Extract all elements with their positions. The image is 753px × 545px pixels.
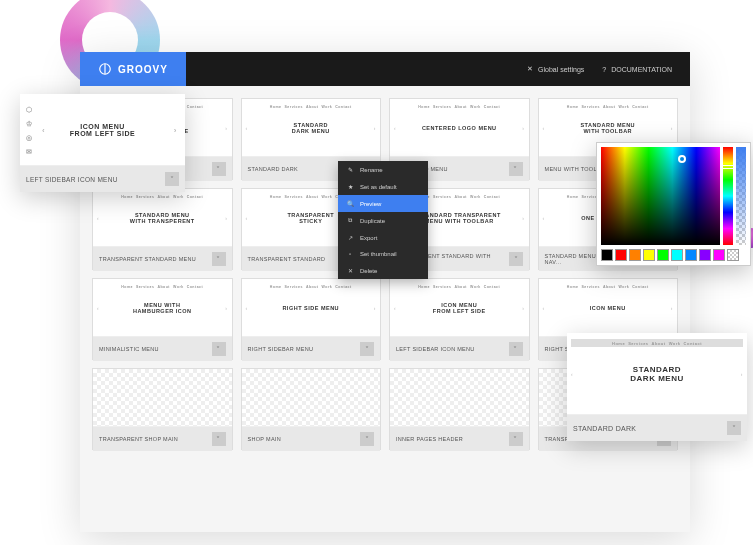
nav-item: About bbox=[652, 341, 666, 346]
popup-preview-area[interactable]: Home Services About Work Contact ‹ STAND… bbox=[567, 333, 747, 415]
mini-nav: HomeServicesAboutWorkContact bbox=[246, 283, 377, 291]
nav-next-icon[interactable]: › bbox=[225, 125, 227, 131]
nav-next-icon[interactable]: › bbox=[741, 371, 743, 377]
nav-next-icon[interactable]: › bbox=[374, 125, 376, 131]
nav-prev-icon[interactable]: ‹ bbox=[97, 215, 99, 221]
card-preview[interactable] bbox=[242, 369, 381, 427]
brand-logo[interactable]: GROOVY bbox=[80, 52, 186, 86]
docs-link[interactable]: ? DOCUMENTATION bbox=[602, 66, 672, 73]
nav-prev-icon[interactable]: ‹ bbox=[543, 305, 545, 311]
dropdown-toggle[interactable]: ˅ bbox=[212, 432, 226, 446]
color-swatch[interactable] bbox=[685, 249, 697, 261]
card-footer: SHOP MAIN˅ bbox=[242, 427, 381, 451]
hue-handle[interactable] bbox=[722, 165, 734, 169]
nav-item: Work bbox=[470, 195, 481, 199]
dropdown-toggle[interactable]: ˅ bbox=[509, 162, 523, 176]
color-swatch[interactable] bbox=[601, 249, 613, 261]
alpha-slider[interactable] bbox=[736, 147, 746, 245]
nav-item: About bbox=[454, 105, 467, 109]
global-settings-link[interactable]: ✕ Global settings bbox=[527, 65, 584, 73]
card-footer: RIGHT SIDEBAR MENU˅ bbox=[242, 337, 381, 361]
template-card[interactable]: HomeServicesAboutWorkContact‹STANDARD DA… bbox=[241, 98, 382, 180]
nav-prev-icon[interactable]: ‹ bbox=[246, 305, 248, 311]
color-spectrum-row bbox=[601, 147, 746, 245]
nav-prev-icon[interactable]: ‹ bbox=[543, 215, 545, 221]
nav-next-icon[interactable]: › bbox=[374, 305, 376, 311]
card-preview[interactable]: HomeServicesAboutWorkContact‹ICON MENU› bbox=[539, 279, 678, 337]
card-title: ICON MENU FROM LEFT SIDE bbox=[433, 302, 486, 314]
nav-prev-icon[interactable]: ‹ bbox=[246, 215, 248, 221]
dropdown-toggle[interactable]: ˅ bbox=[727, 421, 741, 435]
color-swatch[interactable] bbox=[671, 249, 683, 261]
dropdown-toggle[interactable]: ˅ bbox=[212, 162, 226, 176]
context-menu-item[interactable]: ✎Rename bbox=[338, 161, 428, 178]
dropdown-toggle[interactable]: ˅ bbox=[509, 432, 523, 446]
nav-item: Contact bbox=[484, 105, 501, 109]
color-swatch[interactable] bbox=[629, 249, 641, 261]
context-menu-item[interactable]: ✕Delete bbox=[338, 262, 428, 279]
template-card[interactable]: TRANSPARENT SHOP MAIN˅ bbox=[92, 368, 233, 450]
context-menu: ✎Rename★Set as default🔍Preview⧉Duplicate… bbox=[338, 161, 428, 279]
nav-prev-icon[interactable]: ‹ bbox=[543, 125, 545, 131]
context-menu-item[interactable]: ↗Export bbox=[338, 229, 428, 246]
card-preview[interactable]: HomeServicesAboutWorkContact‹STANDARD DA… bbox=[242, 99, 381, 157]
color-cursor[interactable] bbox=[678, 155, 686, 163]
dropdown-toggle[interactable]: ˅ bbox=[360, 342, 374, 356]
dropdown-toggle[interactable]: ˅ bbox=[509, 252, 522, 266]
context-menu-item[interactable]: ⧉Duplicate bbox=[338, 212, 428, 229]
color-swatch[interactable] bbox=[657, 249, 669, 261]
color-swatch[interactable] bbox=[713, 249, 725, 261]
nav-next-icon[interactable]: › bbox=[174, 125, 177, 134]
saturation-area[interactable] bbox=[601, 147, 720, 245]
nav-next-icon[interactable]: › bbox=[522, 125, 524, 131]
nav-prev-icon[interactable]: ‹ bbox=[394, 305, 396, 311]
nav-next-icon[interactable]: › bbox=[671, 125, 673, 131]
nav-prev-icon[interactable]: ‹ bbox=[246, 125, 248, 131]
nav-prev-icon[interactable]: ‹ bbox=[42, 125, 45, 134]
nav-prev-icon[interactable]: ‹ bbox=[394, 125, 396, 131]
card-title: STANDARD MENU WITH TRANSPERENT bbox=[130, 212, 195, 224]
dropdown-toggle[interactable]: ˅ bbox=[212, 252, 226, 266]
template-card[interactable]: HomeServicesAboutWorkContact‹STANDARD ME… bbox=[92, 188, 233, 270]
dropdown-toggle[interactable]: ˅ bbox=[212, 342, 226, 356]
template-card[interactable]: INNER PAGES HEADER˅ bbox=[389, 368, 530, 450]
dropdown-toggle[interactable]: ˅ bbox=[165, 172, 179, 186]
nav-item: Services bbox=[136, 285, 154, 289]
nav-next-icon[interactable]: › bbox=[225, 305, 227, 311]
context-menu-item[interactable]: 🔍Preview bbox=[338, 195, 428, 212]
card-preview[interactable]: HomeServicesAboutWorkContact‹MENU WITH H… bbox=[93, 279, 232, 337]
template-card[interactable]: HomeServicesAboutWorkContact‹RIGHT SIDE … bbox=[241, 278, 382, 360]
nav-item: Home bbox=[121, 195, 133, 199]
card-preview[interactable]: HomeServicesAboutWorkContact‹RIGHT SIDE … bbox=[242, 279, 381, 337]
dropdown-toggle[interactable]: ˅ bbox=[360, 432, 374, 446]
hue-slider[interactable] bbox=[723, 147, 733, 245]
template-card[interactable]: HomeServicesAboutWorkContact‹MENU WITH H… bbox=[92, 278, 233, 360]
dropdown-toggle[interactable]: ˅ bbox=[509, 342, 523, 356]
color-swatch[interactable] bbox=[643, 249, 655, 261]
card-preview[interactable] bbox=[93, 369, 232, 427]
color-swatch[interactable] bbox=[699, 249, 711, 261]
nav-item: Work bbox=[322, 105, 333, 109]
template-card[interactable]: SHOP MAIN˅ bbox=[241, 368, 382, 450]
nav-next-icon[interactable]: › bbox=[522, 305, 524, 311]
popup-preview-area[interactable]: ⬡ ♔ ◎ ✉ ‹ ICON MENU FROM LEFT SIDE › bbox=[20, 94, 185, 166]
popup-label: LEFT SIDEBAR ICON MENU bbox=[26, 176, 118, 183]
context-menu-item[interactable]: ▫Set thumbnail bbox=[338, 246, 428, 262]
template-card[interactable]: HomeServicesAboutWorkContact‹ICON MENU F… bbox=[389, 278, 530, 360]
card-preview[interactable]: HomeServicesAboutWorkContact‹ICON MENU F… bbox=[390, 279, 529, 337]
card-preview[interactable] bbox=[390, 369, 529, 427]
nav-prev-icon[interactable]: ‹ bbox=[97, 305, 99, 311]
color-swatch[interactable] bbox=[615, 249, 627, 261]
transparent-swatch[interactable] bbox=[727, 249, 739, 261]
card-title: STANDARD DARK MENU bbox=[292, 122, 330, 134]
card-preview[interactable]: HomeServicesAboutWorkContact‹STANDARD ME… bbox=[93, 189, 232, 247]
nav-next-icon[interactable]: › bbox=[522, 215, 524, 221]
nav-item: About bbox=[157, 195, 170, 199]
card-preview[interactable]: HomeServicesAboutWorkContact‹CENTERED LO… bbox=[390, 99, 529, 157]
header-actions: ✕ Global settings ? DOCUMENTATION bbox=[527, 65, 690, 73]
popup-preview-right: Home Services About Work Contact ‹ STAND… bbox=[567, 333, 747, 441]
nav-prev-icon[interactable]: ‹ bbox=[571, 371, 573, 377]
context-menu-item[interactable]: ★Set as default bbox=[338, 178, 428, 195]
nav-next-icon[interactable]: › bbox=[225, 215, 227, 221]
nav-next-icon[interactable]: › bbox=[671, 305, 673, 311]
